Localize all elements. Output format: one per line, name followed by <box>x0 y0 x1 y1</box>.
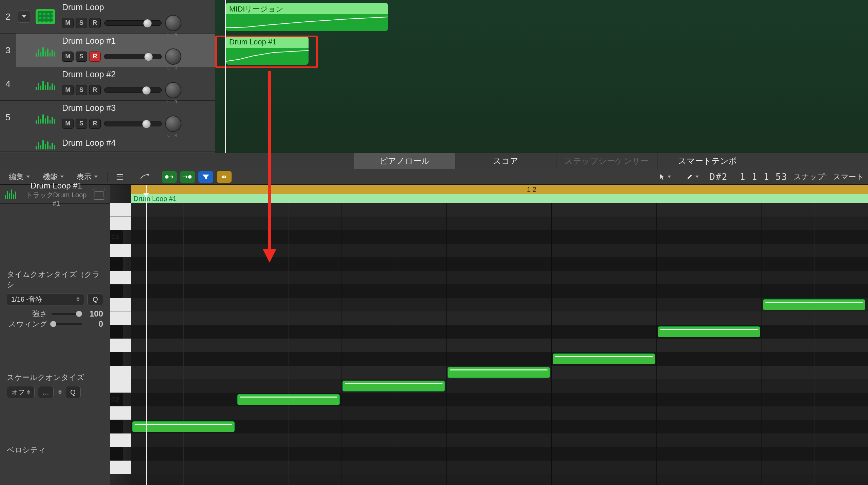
record-enable-button[interactable]: R <box>89 18 101 28</box>
piano-roll-playhead[interactable] <box>146 185 147 485</box>
white-key[interactable] <box>110 433 131 447</box>
editor-toolbar: 編集 機能 表示 D#2 1 1 1 53 スナップ: スマート <box>0 169 868 185</box>
record-enable-button[interactable]: R <box>89 85 101 95</box>
track-row[interactable]: 5 Drum Loop #3 M S R <box>0 101 215 134</box>
midi-note[interactable] <box>763 299 865 310</box>
link-icon[interactable] <box>217 171 232 183</box>
midi-note[interactable] <box>342 381 445 391</box>
track-row[interactable]: Drum Loop #4 M S R <box>0 134 215 152</box>
scale-apply-button[interactable]: Q <box>65 386 81 398</box>
record-enable-button[interactable]: R <box>89 119 101 129</box>
black-key[interactable] <box>110 352 123 366</box>
black-key[interactable] <box>110 420 123 433</box>
midi-note[interactable] <box>237 394 340 405</box>
track-list: 2 Drum Loop M S R 3 Drum Loop #1 M <box>0 0 215 153</box>
key-label: C3 <box>111 234 119 241</box>
white-key[interactable] <box>110 298 131 311</box>
midi-note[interactable] <box>448 367 550 378</box>
pointer-tool[interactable] <box>655 171 676 183</box>
mute-button[interactable]: M <box>62 52 74 62</box>
pan-knob[interactable] <box>165 82 181 98</box>
midi-note[interactable] <box>658 326 760 337</box>
automation-curve-icon[interactable] <box>137 171 152 183</box>
white-key[interactable] <box>110 379 131 393</box>
solo-button[interactable]: S <box>76 119 87 129</box>
volume-fader[interactable] <box>104 20 162 26</box>
pan-knob[interactable] <box>165 48 181 65</box>
swing-slider[interactable] <box>52 323 82 325</box>
white-key[interactable] <box>110 461 131 474</box>
record-enable-button[interactable]: R <box>89 52 101 62</box>
envelope-icon[interactable] <box>93 189 105 200</box>
editor-tab[interactable]: スコア <box>455 153 556 169</box>
arrange-area[interactable]: MIDIリージョン Drum Loop #1 <box>215 0 868 153</box>
snap-label: スナップ: <box>794 172 827 182</box>
black-key[interactable] <box>110 447 123 461</box>
expand-button[interactable] <box>18 11 30 23</box>
white-key[interactable] <box>110 203 131 217</box>
ruler[interactable]: 1 2 <box>131 185 868 194</box>
time-quantize-label: タイムクオンタイズ（クラシ <box>7 269 103 290</box>
white-key[interactable] <box>110 366 131 379</box>
quantize-value-select[interactable]: 1/16 -音符 <box>7 293 84 305</box>
mute-button[interactable]: M <box>62 18 74 28</box>
volume-fader[interactable] <box>104 121 162 126</box>
track-row[interactable]: 4 Drum Loop #2 M S R <box>0 67 215 101</box>
inspector-panel: Drum Loop #1 トラックDrum Loop #1 タイムクオンタイズ（… <box>0 185 110 485</box>
arrange-region[interactable]: MIDIリージョン <box>226 3 388 31</box>
editor-tab[interactable]: ピアノロール <box>354 153 455 169</box>
arrange-region[interactable]: Drum Loop #1 <box>226 36 309 65</box>
waveform-icon <box>36 137 55 149</box>
black-key[interactable] <box>110 257 123 271</box>
solo-button[interactable]: S <box>76 18 87 28</box>
midi-note[interactable] <box>132 421 235 432</box>
black-key[interactable] <box>110 284 123 298</box>
svg-marker-1 <box>263 249 276 263</box>
track-row[interactable]: 3 Drum Loop #1 M S R <box>0 34 215 67</box>
track-name: Drum Loop #4 <box>62 138 215 148</box>
white-key[interactable] <box>110 311 131 325</box>
black-key[interactable] <box>110 325 123 339</box>
editor-tab: ステップシーケンサー <box>556 153 657 169</box>
white-key[interactable] <box>110 244 131 257</box>
snap-value[interactable]: スマート <box>833 172 864 182</box>
drum-machine-icon <box>36 9 55 24</box>
track-number: 3 <box>0 34 16 67</box>
white-key[interactable] <box>110 406 131 420</box>
ruler-tick: 1 2 <box>527 186 536 194</box>
white-key[interactable] <box>110 271 131 284</box>
catch-filter-icon[interactable] <box>198 171 213 183</box>
midi-in-icon[interactable] <box>162 171 177 183</box>
track-row[interactable]: 2 Drum Loop M S R <box>0 0 215 34</box>
editor-tab[interactable]: スマートテンポ <box>657 153 758 169</box>
region-band[interactable]: Drum Loop #1 <box>131 194 868 203</box>
playhead[interactable] <box>225 0 226 153</box>
mute-button[interactable]: M <box>62 85 74 95</box>
midi-note[interactable] <box>553 353 655 364</box>
svg-point-4 <box>188 175 192 179</box>
strength-slider[interactable] <box>52 313 82 315</box>
quantize-apply-button[interactable]: Q <box>87 293 103 305</box>
volume-fader[interactable] <box>104 87 162 93</box>
piano-keyboard[interactable]: C3C2 <box>110 185 131 485</box>
swing-label: スウィング <box>8 319 47 329</box>
pencil-tool[interactable] <box>682 171 704 183</box>
scale-value-select[interactable]: オフ <box>7 386 35 398</box>
solo-button[interactable]: S <box>76 52 87 62</box>
white-key[interactable] <box>110 217 131 230</box>
editor-tabs: ピアノロールスコアステップシーケンサースマートテンポ <box>0 153 868 169</box>
region-name: Drum Loop #1 <box>226 36 309 48</box>
piano-roll[interactable]: 1 2 Drum Loop #1 <box>131 185 868 485</box>
solo-button[interactable]: S <box>76 85 87 95</box>
svg-point-3 <box>165 175 169 179</box>
mute-button[interactable]: M <box>62 119 74 129</box>
white-key[interactable] <box>110 339 131 352</box>
collapse-icon[interactable] <box>112 171 127 183</box>
pan-knob[interactable] <box>165 116 181 132</box>
pan-knob[interactable] <box>165 15 181 31</box>
waveform-icon <box>36 111 55 124</box>
scale-options-button[interactable]: … <box>38 386 54 398</box>
midi-out-icon[interactable] <box>180 171 195 183</box>
track-name: Drum Loop #3 <box>62 103 215 113</box>
volume-fader[interactable] <box>104 54 162 59</box>
